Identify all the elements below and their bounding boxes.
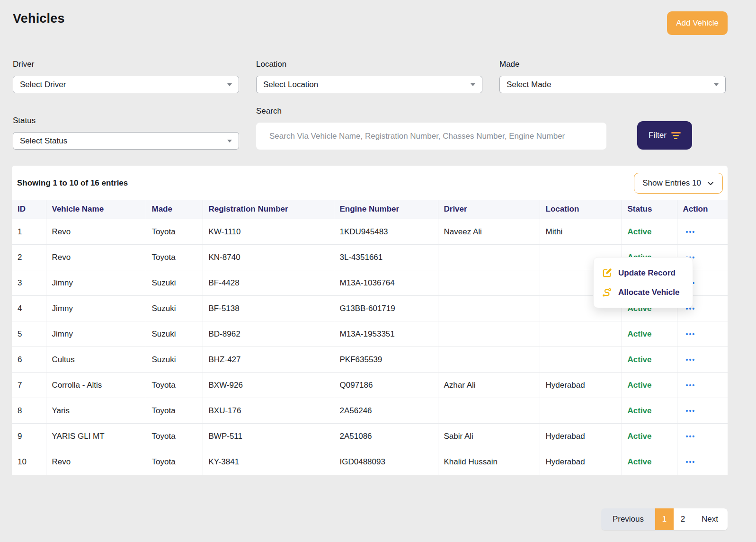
menu-item-update-record[interactable]: Update Record (594, 263, 693, 283)
ellipsis-icon: ••• (686, 228, 696, 236)
cell-action: ••• (677, 424, 728, 449)
edit-icon (602, 267, 613, 278)
previous-page-button[interactable]: Previous (601, 508, 655, 530)
cell-registration: BXU-176 (203, 398, 334, 424)
cell-driver: Khalid Hussain (438, 449, 540, 475)
filter-button[interactable]: Filter (637, 121, 692, 150)
search-field: Search (256, 107, 606, 150)
cell-registration: BF-4428 (203, 270, 334, 296)
cell-engine: 1KDU945483 (334, 219, 438, 245)
show-entries-select[interactable]: Show Entries 10 (634, 173, 723, 194)
row-actions-button[interactable]: ••• (683, 431, 699, 442)
cell-engine: 2A51086 (334, 424, 438, 449)
cell-made: Suzuki (146, 270, 203, 296)
cell-registration: BHZ-427 (203, 347, 334, 373)
table-row: 6 Cultus Suzuki BHZ-427 PKF635539 Active… (12, 347, 728, 373)
cell-id: 1 (12, 219, 46, 245)
location-select[interactable]: Select Location (256, 76, 482, 93)
ellipsis-icon: ••• (686, 356, 696, 364)
page-button-2[interactable]: 2 (674, 508, 692, 530)
cell-made: Toyota (146, 449, 203, 475)
menu-item-label: Update Record (618, 268, 676, 278)
row-actions-button[interactable]: ••• (683, 354, 699, 365)
cell-driver (438, 321, 540, 347)
cell-vehicle-name: Cultus (46, 347, 146, 373)
column-header-registration: Registration Number (203, 200, 334, 219)
column-header-location: Location (540, 200, 622, 219)
cell-action: ••• (677, 373, 728, 398)
menu-item-allocate-vehicle[interactable]: Allocate Vehicle (594, 283, 693, 302)
search-input[interactable] (256, 123, 606, 150)
cell-id: 3 (12, 270, 46, 296)
search-label: Search (256, 107, 606, 116)
topbar: Vehicles Add Vehicle (0, 0, 756, 35)
row-actions-button[interactable]: ••• (683, 226, 699, 238)
ellipsis-icon: ••• (686, 382, 696, 389)
cell-engine: Q097186 (334, 373, 438, 398)
row-actions-button[interactable]: ••• (683, 456, 699, 468)
status-field: Status Select Status (13, 116, 239, 150)
cell-location (540, 321, 622, 347)
cell-vehicle-name: Revo (46, 449, 146, 475)
table-row: 10 Revo Toyota KY-3841 IGD0488093 Khalid… (12, 449, 728, 475)
column-header-id: ID (12, 200, 46, 219)
column-header-status: Status (622, 200, 677, 219)
cell-vehicle-name: Jimny (46, 321, 146, 347)
next-page-button[interactable]: Next (692, 508, 728, 530)
allocate-route-icon (602, 287, 613, 298)
cell-engine: 2A56246 (334, 398, 438, 424)
row-actions-button[interactable]: ••• (683, 380, 699, 391)
cell-action: ••• (677, 321, 728, 347)
column-header-driver: Driver (438, 200, 540, 219)
cell-made: Toyota (146, 245, 203, 270)
filter-row-2: Status Select Status Search Filter (13, 107, 743, 150)
location-select-value: Select Location (263, 80, 318, 89)
status-badge: Active (622, 219, 677, 245)
cell-driver (438, 296, 540, 321)
table-row: 1 Revo Toyota KW-1110 1KDU945483 Naveez … (12, 219, 728, 245)
cell-made: Toyota (146, 219, 203, 245)
cell-location: Mithi (540, 219, 622, 245)
add-vehicle-button[interactable]: Add Vehicle (667, 11, 728, 35)
status-badge: Active (622, 373, 677, 398)
ellipsis-icon: ••• (686, 407, 696, 415)
made-select[interactable]: Select Made (499, 76, 726, 93)
ellipsis-icon: ••• (686, 433, 696, 440)
cell-registration: KW-1110 (203, 219, 334, 245)
cell-id: 9 (12, 424, 46, 449)
ellipsis-icon: ••• (686, 458, 696, 466)
caret-down-icon (471, 83, 475, 86)
cell-location: Hyderabad (540, 424, 622, 449)
show-entries-label: Show Entries 10 (642, 178, 701, 188)
row-actions-button[interactable]: ••• (683, 405, 699, 417)
cell-id: 7 (12, 373, 46, 398)
status-badge: Active (622, 347, 677, 373)
entries-summary: Showing 1 to 10 of 16 entries (17, 178, 128, 188)
driver-select[interactable]: Select Driver (13, 76, 239, 93)
table-row: 7 Corrolla - Altis Toyota BXW-926 Q09718… (12, 373, 728, 398)
page-button-1[interactable]: 1 (655, 508, 674, 530)
cell-id: 4 (12, 296, 46, 321)
cell-registration: KN-8740 (203, 245, 334, 270)
made-field: Made Select Made (499, 60, 726, 93)
driver-field: Driver Select Driver (13, 60, 239, 93)
column-header-vehicle-name: Vehicle Name (46, 200, 146, 219)
table-row: 5 Jimny Suzuki BD-8962 M13A-1953351 Acti… (12, 321, 728, 347)
cell-driver (438, 398, 540, 424)
cell-engine: M13A-1036764 (334, 270, 438, 296)
cell-vehicle-name: Revo (46, 219, 146, 245)
cell-id: 5 (12, 321, 46, 347)
caret-down-icon (227, 140, 232, 142)
vehicles-table-card: Showing 1 to 10 of 16 entries Show Entri… (12, 166, 728, 475)
status-badge: Active (622, 398, 677, 424)
cell-action: ••• (677, 219, 728, 245)
filter-row-1: Driver Select Driver Location Select Loc… (13, 60, 743, 93)
cell-id: 8 (12, 398, 46, 424)
cell-vehicle-name: YARIS GLI MT (46, 424, 146, 449)
row-actions-button[interactable]: ••• (683, 329, 699, 340)
cell-location (540, 398, 622, 424)
status-select[interactable]: Select Status (13, 132, 239, 150)
caret-down-icon (714, 83, 719, 86)
table-row: 9 YARIS GLI MT Toyota BWP-511 2A51086 Sa… (12, 424, 728, 449)
cell-made: Toyota (146, 424, 203, 449)
